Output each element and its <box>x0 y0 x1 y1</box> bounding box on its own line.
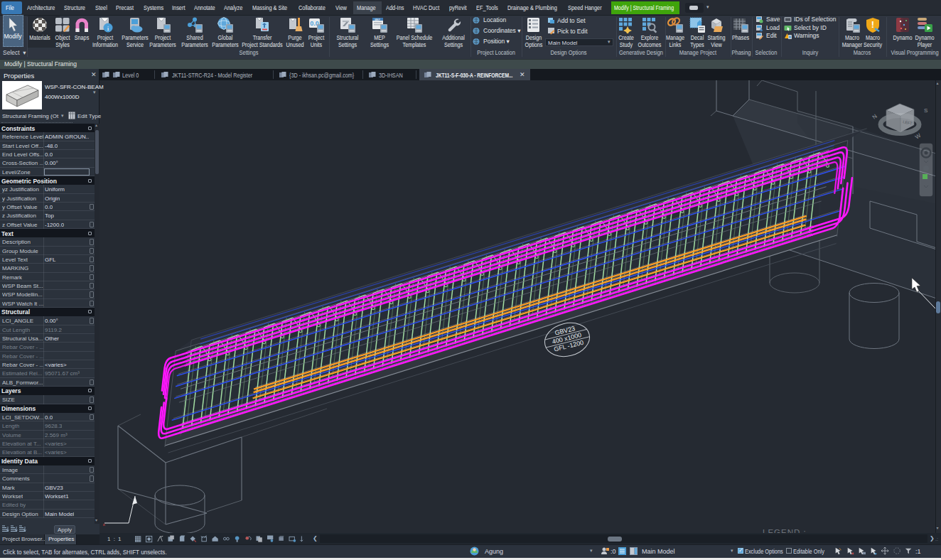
svg-text:MEP: MEP <box>375 18 380 21</box>
svg-text:!: ! <box>871 19 874 30</box>
svg-text:S: S <box>924 107 927 114</box>
